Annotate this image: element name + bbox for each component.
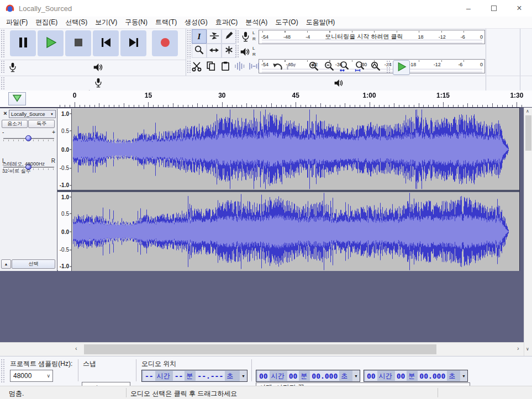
- menu-transport[interactable]: 구동(N): [121, 18, 151, 27]
- zoom-out-button[interactable]: [322, 60, 336, 75]
- envelope-tool-button[interactable]: [207, 29, 222, 44]
- mute-button[interactable]: 음소거: [2, 120, 28, 128]
- cut-button[interactable]: [189, 60, 203, 75]
- position-seconds[interactable]: --.---: [196, 371, 225, 381]
- horizontal-scroll-thumb[interactable]: [84, 344, 436, 354]
- chevron-down-icon: ▼: [50, 113, 54, 116]
- zoom-in-button[interactable]: [307, 60, 321, 75]
- sel-end-hours[interactable]: 00: [365, 371, 377, 381]
- selection-toolbar-grip[interactable]: [1, 359, 4, 382]
- menu-analyze[interactable]: 분석(A): [241, 18, 271, 27]
- time-format-dropdown-arrow[interactable]: ▼: [240, 370, 247, 381]
- menu-select[interactable]: 선택(S): [61, 18, 91, 27]
- pinned-play-head-button[interactable]: [8, 92, 26, 105]
- sel-start-minutes[interactable]: 00: [287, 371, 299, 381]
- horizontal-scrollbar[interactable]: ‹ ›: [0, 342, 524, 356]
- multi-tool-button[interactable]: [222, 44, 236, 58]
- menu-help[interactable]: 도움말(H): [302, 18, 339, 27]
- recording-meter[interactable]: -54 -48 -4 모니터링을 시작 하려면 클릭 18 -12 -6 0: [259, 30, 485, 44]
- selection-tool-button[interactable]: I: [192, 29, 207, 44]
- menu-effect[interactable]: 효과(C): [212, 18, 242, 27]
- record-meter-mic-icon[interactable]: [241, 30, 250, 44]
- record-l-label: L: [252, 30, 256, 36]
- gain-thumb[interactable]: [25, 135, 31, 141]
- skip-to-start-button[interactable]: [93, 30, 119, 56]
- record-meter-grip[interactable]: [235, 30, 239, 44]
- track-workspace[interactable]: 1.0 0.5 0.0 -0.5 -1.0 1.0 0.5 0.0 -0.5 -…: [0, 108, 524, 342]
- menu-generate[interactable]: 생성(G): [181, 18, 211, 27]
- scroll-down-arrow[interactable]: ∨: [526, 347, 529, 352]
- record-button[interactable]: [152, 30, 178, 56]
- play-at-speed-grip[interactable]: [387, 61, 390, 74]
- play-button[interactable]: [38, 30, 64, 56]
- toolbar-separator: [186, 29, 186, 76]
- track-name-dropdown[interactable]: Locally_Source ▼: [9, 110, 56, 118]
- fit-selection-button[interactable]: [338, 60, 352, 75]
- sel-end-seconds[interactable]: 00.000: [418, 371, 447, 381]
- transport-toolbar-grip[interactable]: [1, 30, 4, 58]
- timeshift-tool-button[interactable]: [207, 44, 222, 58]
- clipboard-icon: [221, 61, 230, 73]
- playback-r-label: R: [252, 51, 256, 57]
- vertical-scroll-thumb[interactable]: [525, 115, 531, 151]
- device-toolbar-grip[interactable]: [1, 77, 4, 89]
- scale--1.0: -1.0: [60, 182, 69, 188]
- menu-tools[interactable]: 도구(O): [271, 18, 302, 27]
- skip-to-end-button[interactable]: [120, 30, 146, 56]
- copy-button[interactable]: [204, 60, 218, 75]
- scroll-up-arrow[interactable]: ∧: [526, 109, 529, 114]
- selection-end-field[interactable]: 00 시간 00 분 00.000 초 ▼: [364, 370, 468, 382]
- track-select-button[interactable]: 선택: [12, 259, 55, 269]
- sel-start-hours[interactable]: 00: [257, 371, 270, 381]
- selection-start-field[interactable]: 00 시간 00 분 00.000 초 ▼: [256, 370, 360, 382]
- menu-view[interactable]: 보기(V): [91, 18, 121, 27]
- track-close-button[interactable]: ×: [2, 110, 9, 118]
- minimize-button[interactable]: –: [456, 1, 481, 17]
- stop-button[interactable]: [65, 30, 91, 56]
- record-r-label: R: [252, 36, 256, 42]
- mixer-toolbar-grip[interactable]: [1, 61, 4, 74]
- zoom-toggle-button[interactable]: [368, 60, 383, 75]
- sel-start-seconds[interactable]: 00.000: [310, 371, 339, 381]
- position-hours[interactable]: --: [143, 371, 155, 381]
- tools-toolbar-grip[interactable]: [187, 30, 191, 59]
- vertical-scale-2[interactable]: 1.0 0.5 0.0 -0.5 -1.0: [58, 192, 72, 271]
- time-format-dropdown-arrow[interactable]: ▼: [460, 370, 467, 381]
- scroll-left-arrow[interactable]: ‹: [75, 345, 77, 352]
- vertical-scrollbar[interactable]: ∧ ∨: [524, 108, 532, 356]
- fit-project-button[interactable]: [353, 60, 367, 75]
- scroll-right-arrow[interactable]: ›: [517, 345, 519, 352]
- playback-meter-speaker-icon[interactable]: [240, 46, 250, 57]
- playback-meter-channel-labels: L R: [252, 45, 256, 57]
- sel-end-minutes[interactable]: 00: [395, 371, 407, 381]
- close-button[interactable]: ×: [507, 1, 532, 17]
- redo-button[interactable]: [285, 60, 298, 75]
- project-rate-dropdown[interactable]: 48000∨: [10, 370, 53, 382]
- vertical-scale-1[interactable]: 1.0 0.5 0.0 -0.5 -1.0: [58, 109, 72, 190]
- trim-audio-button[interactable]: [233, 60, 246, 75]
- audio-position-field[interactable]: -- 시간 -- 분 --.--- 초 ▼: [141, 370, 247, 382]
- position-minutes[interactable]: --: [173, 371, 185, 381]
- timeline-ruler[interactable]: [57, 91, 524, 107]
- waveform-channel-1[interactable]: [72, 109, 519, 190]
- gain-slider[interactable]: - +: [2, 130, 55, 144]
- solo-button[interactable]: 독주: [28, 120, 55, 128]
- menu-file[interactable]: 파일(F): [2, 18, 31, 27]
- stop-icon: [74, 38, 83, 49]
- record-meter-channel-labels: L R: [252, 30, 256, 42]
- draw-tool-button[interactable]: [222, 29, 236, 44]
- menu-tracks[interactable]: 트랙(T): [151, 18, 181, 27]
- play-at-speed-button[interactable]: [393, 60, 410, 75]
- waveform-channel-2[interactable]: [72, 192, 519, 271]
- undo-button[interactable]: [270, 60, 284, 75]
- minutes-unit: 분: [185, 370, 194, 381]
- playback-meter-grip[interactable]: [235, 45, 239, 58]
- menu-edit[interactable]: 편집(E): [31, 18, 61, 27]
- pause-button[interactable]: [10, 30, 36, 56]
- silence-audio-button[interactable]: [247, 60, 261, 75]
- collapse-track-button[interactable]: ▲: [1, 259, 11, 269]
- zoom-tool-button[interactable]: [192, 44, 207, 58]
- paste-button[interactable]: [218, 60, 232, 75]
- time-format-dropdown-arrow[interactable]: ▼: [352, 370, 360, 381]
- maximize-button[interactable]: [481, 1, 507, 17]
